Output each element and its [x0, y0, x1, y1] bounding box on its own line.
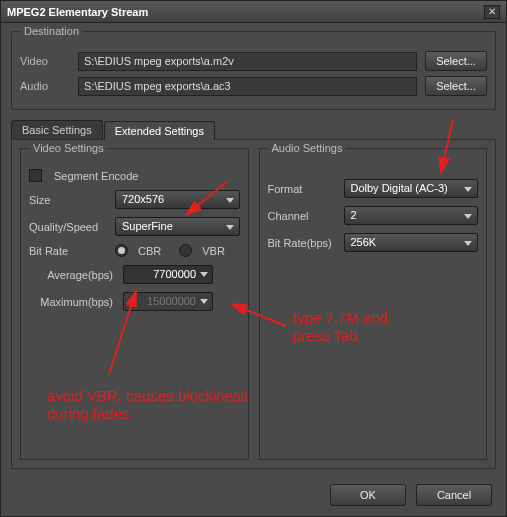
- cbr-label: CBR: [138, 245, 161, 257]
- video-settings-title: Video Settings: [29, 142, 108, 154]
- vbr-radio[interactable]: [179, 244, 192, 257]
- cancel-button[interactable]: Cancel: [416, 484, 492, 506]
- segment-encode-checkbox[interactable]: [29, 169, 42, 182]
- tab-basic-settings[interactable]: Basic Settings: [11, 120, 103, 139]
- close-button[interactable]: ✕: [484, 5, 500, 19]
- dialog-window: MPEG2 Elementary Stream ✕ Destination Vi…: [0, 0, 507, 517]
- video-path-field[interactable]: S:\EDIUS mpeg exports\a.m2v: [78, 52, 417, 71]
- ok-button[interactable]: OK: [330, 484, 406, 506]
- channel-label: Channel: [268, 210, 338, 222]
- size-combo[interactable]: 720x576: [115, 190, 240, 209]
- average-label: Average(bps): [29, 269, 117, 281]
- video-label: Video: [20, 55, 70, 67]
- bitrate-label: Bit Rate: [29, 245, 109, 257]
- format-combo[interactable]: Dolby Digital (AC-3): [344, 179, 479, 198]
- audio-settings-title: Audio Settings: [268, 142, 347, 154]
- quality-label: Quality/Speed: [29, 221, 109, 233]
- tab-extended-settings[interactable]: Extended Settings: [104, 121, 215, 140]
- audio-bitrate-combo[interactable]: 256K: [344, 233, 479, 252]
- maximum-bps-field: 15000000: [123, 292, 213, 311]
- video-select-button[interactable]: Select...: [425, 51, 487, 71]
- audio-settings-group: Audio Settings Format Dolby Digital (AC-…: [259, 148, 488, 460]
- audio-bitrate-label: Bit Rate(bps): [268, 237, 338, 249]
- audio-select-button[interactable]: Select...: [425, 76, 487, 96]
- audio-path-field[interactable]: S:\EDIUS mpeg exports\a.ac3: [78, 77, 417, 96]
- dialog-footer: OK Cancel: [330, 484, 492, 506]
- window-title: MPEG2 Elementary Stream: [7, 6, 484, 18]
- destination-title: Destination: [20, 25, 83, 37]
- channel-combo[interactable]: 2: [344, 206, 479, 225]
- size-label: Size: [29, 194, 109, 206]
- tab-body: Video Settings Segment Encode Size 720x5…: [11, 139, 496, 469]
- audio-label: Audio: [20, 80, 70, 92]
- average-bps-field[interactable]: 7700000: [123, 265, 213, 284]
- vbr-label: VBR: [202, 245, 225, 257]
- maximum-label: Maximum(bps): [29, 296, 117, 308]
- cbr-radio[interactable]: [115, 244, 128, 257]
- format-label: Format: [268, 183, 338, 195]
- quality-combo[interactable]: SuperFine: [115, 217, 240, 236]
- segment-encode-label: Segment Encode: [54, 170, 138, 182]
- tabs: Basic Settings Extended Settings: [11, 120, 496, 139]
- titlebar: MPEG2 Elementary Stream ✕: [1, 1, 506, 23]
- destination-group: Destination Video S:\EDIUS mpeg exports\…: [11, 31, 496, 110]
- video-settings-group: Video Settings Segment Encode Size 720x5…: [20, 148, 249, 460]
